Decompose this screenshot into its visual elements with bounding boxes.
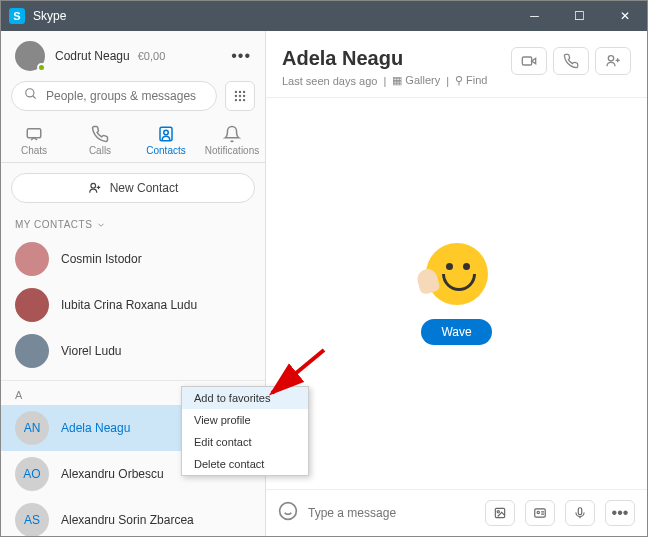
gallery-link[interactable]: ▦ Gallery: [392, 74, 440, 87]
message-input-row: •••: [266, 489, 647, 536]
new-contact-button[interactable]: New Contact: [11, 173, 255, 203]
profile-name: Codrut Neagu: [55, 49, 130, 63]
svg-rect-11: [27, 129, 41, 138]
contact-item[interactable]: Cosmin Istodor: [1, 236, 265, 282]
voice-message-button[interactable]: [565, 500, 595, 526]
last-seen: Last seen days ago: [282, 75, 377, 87]
search-box[interactable]: [11, 81, 217, 111]
more-options-button[interactable]: •••: [605, 500, 635, 526]
hand-icon: [415, 266, 441, 294]
emoji-picker-icon[interactable]: [278, 501, 298, 525]
svg-point-26: [497, 511, 499, 513]
window-title: Skype: [33, 9, 512, 23]
dialpad-button[interactable]: [225, 81, 255, 111]
chat-header: Adela Neagu Last seen days ago | ▦ Galle…: [266, 31, 647, 98]
profile-balance: €0,00: [138, 50, 166, 62]
profile-row[interactable]: Codrut Neagu €0,00 •••: [1, 31, 265, 81]
svg-point-9: [239, 99, 241, 101]
avatar: [15, 334, 49, 368]
find-link[interactable]: ⚲ Find: [455, 74, 487, 87]
add-user-icon: [88, 181, 102, 195]
chevron-down-icon: [96, 220, 106, 230]
tab-chats[interactable]: Chats: [1, 119, 67, 162]
svg-rect-17: [522, 57, 531, 65]
tab-notifications[interactable]: Notifications: [199, 119, 265, 162]
svg-point-10: [243, 99, 245, 101]
tab-contacts[interactable]: Contacts: [133, 119, 199, 162]
app-icon: S: [9, 8, 25, 24]
audio-call-button[interactable]: [553, 47, 589, 75]
maximize-button[interactable]: ☐: [557, 1, 602, 31]
video-call-button[interactable]: [511, 47, 547, 75]
svg-point-8: [235, 99, 237, 101]
avatar: [15, 288, 49, 322]
tabs: Chats Calls Contacts Notifications: [1, 119, 265, 163]
svg-line-1: [33, 96, 36, 99]
avatar-initials: AO: [15, 457, 49, 491]
svg-point-14: [91, 183, 96, 188]
message-input[interactable]: [308, 506, 475, 520]
svg-point-5: [235, 95, 237, 97]
search-input[interactable]: [46, 89, 204, 103]
svg-rect-25: [495, 508, 504, 517]
titlebar: S Skype ─ ☐ ✕: [1, 1, 647, 31]
svg-point-13: [164, 130, 169, 135]
svg-point-19: [608, 56, 613, 61]
contact-item[interactable]: ASAlexandru Sorin Zbarcea: [1, 497, 265, 536]
section-my-contacts[interactable]: MY CONTACTS: [1, 213, 265, 236]
add-participant-button[interactable]: [595, 47, 631, 75]
svg-point-22: [280, 503, 297, 520]
avatar: [15, 242, 49, 276]
menu-edit-contact[interactable]: Edit contact: [182, 431, 308, 453]
avatar: [15, 41, 45, 71]
chat-title: Adela Neagu: [282, 47, 488, 70]
svg-point-2: [235, 91, 237, 93]
attach-file-button[interactable]: [485, 500, 515, 526]
wave-button[interactable]: Wave: [421, 319, 491, 345]
more-icon[interactable]: •••: [231, 47, 251, 65]
svg-rect-29: [578, 508, 582, 515]
chat-body: Wave: [266, 98, 647, 489]
tab-calls[interactable]: Calls: [67, 119, 133, 162]
minimize-button[interactable]: ─: [512, 1, 557, 31]
svg-point-0: [26, 89, 34, 97]
svg-rect-27: [535, 509, 546, 517]
svg-point-3: [239, 91, 241, 93]
avatar-initials: AS: [15, 503, 49, 536]
svg-point-6: [239, 95, 241, 97]
contact-item[interactable]: Iubita Crina Roxana Ludu: [1, 282, 265, 328]
contact-item[interactable]: Viorel Ludu: [1, 328, 265, 374]
wave-emoji-icon: [426, 243, 488, 305]
contact-card-button[interactable]: [525, 500, 555, 526]
status-online-icon: [37, 63, 46, 72]
close-button[interactable]: ✕: [602, 1, 647, 31]
svg-point-28: [537, 511, 539, 513]
chat-pane: Adela Neagu Last seen days ago | ▦ Galle…: [266, 31, 647, 536]
avatar-initials: AN: [15, 411, 49, 445]
menu-delete-contact[interactable]: Delete contact: [182, 453, 308, 475]
search-icon: [24, 87, 38, 105]
svg-point-7: [243, 95, 245, 97]
context-menu: Add to favorites View profile Edit conta…: [181, 386, 309, 476]
menu-view-profile[interactable]: View profile: [182, 409, 308, 431]
menu-add-favorites[interactable]: Add to favorites: [182, 387, 308, 409]
svg-point-4: [243, 91, 245, 93]
